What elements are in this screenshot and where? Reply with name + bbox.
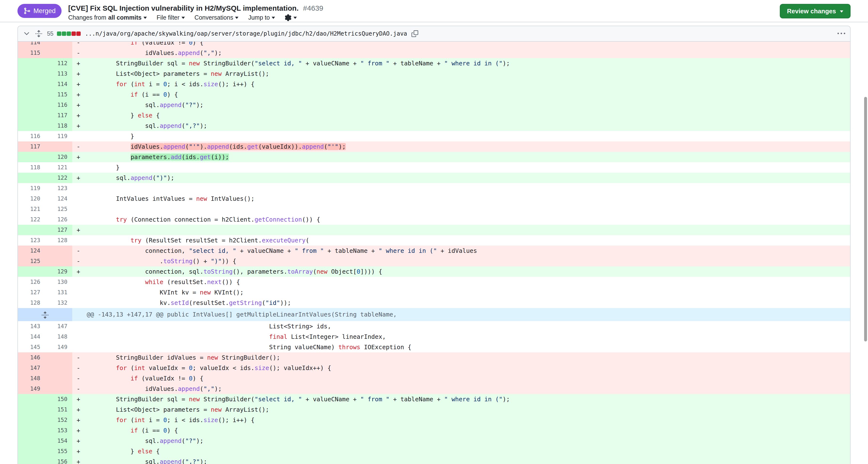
conversations-dropdown[interactable]: Conversations [194, 14, 239, 21]
new-line-number[interactable]: 156 [45, 457, 72, 464]
old-line-number[interactable] [18, 404, 45, 415]
expand-all-button[interactable] [35, 30, 43, 37]
new-line-number[interactable]: 150 [45, 394, 72, 404]
expand-hunk-button[interactable] [18, 308, 72, 321]
old-line-number[interactable]: 116 [18, 131, 45, 141]
new-line-number[interactable]: 120 [45, 152, 72, 162]
old-line-number[interactable]: 146 [18, 352, 45, 363]
review-changes-button[interactable]: Review changes [780, 4, 850, 19]
new-line-number[interactable]: 112 [45, 58, 72, 69]
old-line-number[interactable] [18, 152, 45, 162]
old-line-number[interactable] [18, 394, 45, 404]
new-line-number[interactable] [45, 256, 72, 266]
new-line-number[interactable]: 125 [45, 204, 72, 214]
new-line-number[interactable]: 153 [45, 425, 72, 436]
code-token: List<String> ids, [87, 323, 331, 330]
old-line-number[interactable] [18, 436, 45, 446]
code-token: (i)); [211, 154, 229, 161]
collapse-file-button[interactable] [23, 30, 31, 37]
old-line-number[interactable]: 147 [18, 363, 45, 373]
new-line-number[interactable]: 121 [45, 162, 72, 173]
new-line-number[interactable] [45, 384, 72, 394]
old-line-number[interactable] [18, 121, 45, 131]
new-line-number[interactable]: 114 [45, 79, 72, 89]
old-line-number[interactable]: 143 [18, 321, 45, 332]
old-line-number[interactable]: 148 [18, 373, 45, 384]
old-line-number[interactable]: 124 [18, 245, 45, 256]
old-line-number[interactable] [18, 110, 45, 121]
file-options-button[interactable] [837, 30, 845, 37]
new-line-number[interactable]: 118 [45, 121, 72, 131]
copy-path-button[interactable] [411, 30, 418, 37]
new-line-number[interactable]: 132 [45, 298, 72, 308]
new-line-number[interactable]: 152 [45, 415, 72, 425]
new-line-number[interactable]: 147 [45, 321, 72, 332]
old-line-number[interactable]: 121 [18, 204, 45, 214]
old-line-number[interactable]: 123 [18, 235, 45, 245]
old-line-number[interactable]: 115 [18, 48, 45, 58]
old-line-number[interactable]: 145 [18, 342, 45, 352]
old-line-number[interactable] [18, 457, 45, 464]
file-filter-dropdown[interactable]: File filter [157, 14, 185, 21]
old-line-number[interactable] [18, 173, 45, 183]
diff-marker: - [76, 373, 80, 384]
old-line-number[interactable]: 144 [18, 332, 45, 342]
old-line-number[interactable]: 118 [18, 162, 45, 173]
new-line-number[interactable]: 122 [45, 173, 72, 183]
new-line-number[interactable]: 128 [45, 235, 72, 245]
old-line-number[interactable]: 119 [18, 183, 45, 194]
old-line-number[interactable] [18, 79, 45, 89]
new-line-number[interactable] [45, 245, 72, 256]
diff-row: 144148 final List<Integer> linearIndex, [18, 332, 850, 342]
old-line-number[interactable]: 127 [18, 287, 45, 298]
new-line-number[interactable] [45, 363, 72, 373]
old-line-number[interactable]: 149 [18, 384, 45, 394]
old-line-number[interactable] [18, 225, 45, 235]
new-line-number[interactable]: 130 [45, 277, 72, 287]
old-line-number[interactable] [18, 89, 45, 100]
new-line-number[interactable] [45, 373, 72, 384]
old-line-number[interactable] [18, 425, 45, 436]
new-line-number[interactable]: 117 [45, 110, 72, 121]
new-line-number[interactable]: 126 [45, 214, 72, 225]
new-line-number[interactable]: 123 [45, 183, 72, 194]
scrollbar-thumb[interactable] [864, 97, 867, 341]
new-line-number[interactable]: 116 [45, 100, 72, 110]
old-line-number[interactable] [18, 69, 45, 79]
new-line-number[interactable] [45, 352, 72, 363]
old-line-number[interactable] [18, 415, 45, 425]
old-line-number[interactable]: 125 [18, 256, 45, 266]
diff-settings-button[interactable] [285, 14, 297, 21]
code-token: size [204, 417, 218, 424]
new-line-number[interactable]: 151 [45, 404, 72, 415]
old-line-number[interactable]: 117 [18, 141, 45, 152]
new-line-number[interactable]: 127 [45, 225, 72, 235]
old-line-number[interactable] [18, 100, 45, 110]
old-line-number[interactable] [18, 446, 45, 457]
new-line-number[interactable]: 129 [45, 266, 72, 277]
caret-down-icon [235, 17, 239, 19]
new-line-number[interactable] [45, 141, 72, 152]
old-line-number[interactable]: 114 [18, 42, 45, 48]
new-line-number[interactable] [45, 42, 72, 48]
new-line-number[interactable]: 119 [45, 131, 72, 141]
new-line-number[interactable]: 115 [45, 89, 72, 100]
code-token: sql. [87, 101, 160, 108]
new-line-number[interactable]: 154 [45, 436, 72, 446]
old-line-number[interactable]: 120 [18, 194, 45, 204]
new-line-number[interactable]: 148 [45, 332, 72, 342]
new-line-number[interactable]: 124 [45, 194, 72, 204]
new-line-number[interactable]: 113 [45, 69, 72, 79]
new-line-number[interactable] [45, 48, 72, 58]
old-line-number[interactable]: 128 [18, 298, 45, 308]
new-line-number[interactable]: 155 [45, 446, 72, 457]
jump-to-dropdown[interactable]: Jump to [248, 14, 275, 21]
new-line-number[interactable]: 131 [45, 287, 72, 298]
old-line-number[interactable] [18, 58, 45, 69]
old-line-number[interactable]: 122 [18, 214, 45, 225]
old-line-number[interactable] [18, 266, 45, 277]
old-line-number[interactable]: 126 [18, 277, 45, 287]
new-line-number[interactable]: 149 [45, 342, 72, 352]
code-token: + tableName + [390, 396, 444, 403]
changes-from-dropdown[interactable]: Changes from all commits [68, 14, 147, 21]
